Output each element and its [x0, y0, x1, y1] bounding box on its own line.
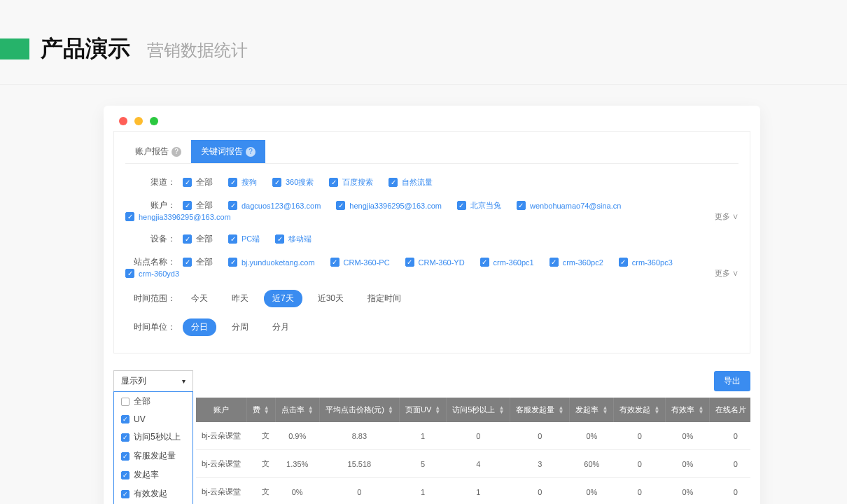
column-header[interactable]: 有效发起 ▲▼ [614, 398, 666, 422]
timeUnit-option[interactable]: 分周 [223, 318, 257, 336]
channel-option[interactable]: ✓全部 [183, 176, 213, 188]
site-option[interactable]: ✓crm-360pc2 [550, 258, 603, 267]
device-option[interactable]: ✓PC端 [228, 234, 260, 244]
checkbox-icon: ✓ [121, 471, 130, 479]
column-header[interactable]: 费 ▲▼ [246, 398, 275, 422]
option-label: crm-360yd3 [139, 270, 179, 278]
sort-icon: ▲▼ [602, 406, 608, 414]
sort-icon: ▲▼ [498, 406, 504, 414]
option-label: dagcuos123@163.com [241, 202, 321, 210]
checkbox-icon: ✓ [121, 415, 130, 424]
data-cell: 60% [570, 450, 614, 478]
option-label: 全部 [196, 200, 213, 211]
device-label: 设备： [125, 233, 176, 245]
column-header[interactable]: 账户 [196, 398, 246, 422]
device-option[interactable]: ✓移动端 [275, 234, 312, 244]
table-row[interactable]: bj-云朵课堂文0.9%8.831000%00%000% [196, 422, 750, 450]
column-option[interactable]: ✓有效发起 [114, 484, 192, 503]
checkbox-icon: ✓ [125, 269, 134, 278]
column-header[interactable]: 访问5秒以上 ▲▼ [447, 398, 510, 422]
site-label: 站点名称： [125, 256, 176, 268]
sort-icon: ▲▼ [698, 406, 704, 414]
site-option[interactable]: ✓CRM-360-YD [405, 258, 465, 267]
timeRange-option[interactable]: 今天 [183, 290, 216, 307]
checkbox-icon: ✓ [619, 258, 628, 267]
tab-label: 关键词报告 [201, 146, 243, 158]
data-cell: 0 [710, 422, 750, 450]
column-header[interactable]: 客服发起量 ▲▼ [510, 398, 570, 422]
column-header[interactable]: 页面UV ▲▼ [400, 398, 447, 422]
checkbox-icon: ✓ [330, 258, 340, 267]
table-row[interactable]: bj-云朵课堂文0%01100%00%000% [196, 478, 750, 505]
data-cell: 0% [666, 478, 710, 505]
timeUnit-option[interactable]: 分日 [183, 318, 216, 336]
channel-option[interactable]: ✓搜狗 [228, 177, 257, 188]
checkbox-icon: ✓ [228, 178, 237, 187]
data-cell: 0.9% [275, 422, 319, 450]
table-row[interactable]: bj-云朵课堂文1.35%15.51854360%00%000% [196, 450, 750, 478]
site-option[interactable]: ✓全部 [183, 256, 213, 268]
option-label: crm-360pc3 [632, 258, 673, 267]
site-option[interactable]: ✓bj.yunduoketang.com [228, 258, 315, 267]
column-header[interactable]: 有效率 ▲▼ [666, 398, 710, 422]
account-option[interactable]: ✓全部 [183, 200, 213, 211]
data-table-wrapper[interactable]: 账户费 ▲▼点击率 ▲▼平均点击价格(元) ▲▼页面UV ▲▼访问5秒以上 ▲▼… [113, 398, 750, 504]
option-label: crm-360pc2 [563, 258, 603, 267]
page-subtitle: 营销数据统计 [147, 39, 248, 62]
column-option[interactable]: 全部 [114, 392, 192, 411]
column-option[interactable]: ✓客服发起量 [114, 447, 192, 465]
column-header[interactable]: 平均点击价格(元) ▲▼ [319, 398, 399, 422]
more-toggle[interactable]: 更多 ∨ [715, 268, 738, 279]
option-label: 移动端 [288, 234, 312, 244]
sort-icon: ▲▼ [435, 406, 440, 414]
checkbox-icon: ✓ [121, 433, 130, 442]
site-option[interactable]: ✓crm-360pc1 [480, 258, 534, 267]
export-button[interactable]: 导出 [714, 371, 750, 391]
zoom-icon[interactable] [150, 117, 158, 125]
checkbox-icon: ✓ [228, 258, 237, 267]
channel-option[interactable]: ✓360搜索 [272, 177, 314, 188]
column-option[interactable]: ✓UV [114, 411, 192, 428]
data-cell: 1 [400, 478, 447, 505]
accent-bar [0, 38, 29, 59]
minimize-icon[interactable] [134, 117, 143, 125]
account-cell: bj-云朵课堂 [196, 422, 246, 450]
export-label: 导出 [724, 376, 741, 386]
account-option[interactable]: ✓北京当兔 [457, 200, 501, 211]
option-label: bj.yunduoketang.com [241, 258, 315, 267]
option-label: 全部 [196, 176, 213, 188]
channel-option[interactable]: ✓百度搜索 [329, 177, 373, 188]
column-header[interactable]: 发起率 ▲▼ [570, 398, 614, 422]
traffic-lights [104, 106, 760, 131]
device-option[interactable]: ✓全部 [183, 233, 213, 245]
account-option[interactable]: ✓wenbohuamao74@sina.cn [517, 201, 621, 210]
account-option[interactable]: ✓hengjia3396295@163.com [336, 201, 442, 210]
account-option[interactable]: ✓dagcuos123@163.com [228, 201, 321, 210]
timeRange-option[interactable]: 近7天 [264, 290, 302, 307]
page-header: 产品演示 营销数据统计 [0, 0, 847, 85]
site-option[interactable]: ✓crm-360yd3 [125, 269, 179, 278]
column-header[interactable]: 在线名片 ▲▼ [710, 398, 750, 422]
column-dropdown[interactable]: 全部✓UV✓访问5秒以上✓客服发起量✓发起率✓有效发起✓有效率✓在线名片✓离线名… [113, 391, 193, 504]
close-icon[interactable] [119, 117, 127, 125]
timeUnit-option[interactable]: 分月 [264, 318, 298, 336]
account-option[interactable]: ✓hengjia3396295@163.com [125, 212, 231, 221]
more-toggle[interactable]: 更多 ∨ [715, 211, 738, 222]
timeRange-option[interactable]: 指定时间 [359, 290, 410, 307]
timeRange-option[interactable]: 昨天 [223, 290, 257, 307]
column-selector[interactable]: 显示列 [113, 370, 193, 392]
column-header[interactable]: 点击率 ▲▼ [275, 398, 319, 422]
tab-account-report[interactable]: 账户报告 ? [125, 140, 191, 163]
column-option[interactable]: ✓访问5秒以上 [114, 428, 192, 447]
column-option[interactable]: ✓发起率 [114, 465, 192, 484]
table-toolbar: 显示列 全部✓UV✓访问5秒以上✓客服发起量✓发起率✓有效发起✓有效率✓在线名片… [113, 370, 750, 392]
tab-keyword-report[interactable]: 关键词报告 ? [191, 140, 265, 163]
timeRange-option[interactable]: 近30天 [309, 290, 352, 307]
site-option[interactable]: ✓crm-360pc3 [619, 258, 673, 267]
channel-option[interactable]: ✓自然流量 [388, 177, 433, 188]
site-option[interactable]: ✓CRM-360-PC [330, 258, 390, 267]
option-label: wenbohuamao74@sina.cn [530, 202, 621, 210]
checkbox-icon: ✓ [480, 258, 489, 267]
filter-row-site: 站点名称：✓全部✓bj.yunduoketang.com✓CRM-360-PC✓… [125, 251, 738, 284]
data-cell: 0 [510, 478, 570, 505]
